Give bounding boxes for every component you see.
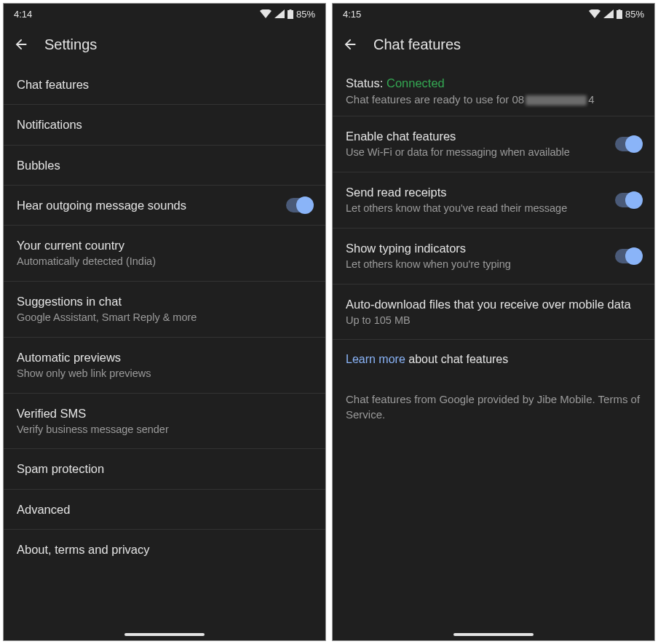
row-bubbles[interactable]: Bubbles	[4, 146, 325, 186]
ready-suffix: 4	[588, 93, 594, 106]
row-label: Automatic previews	[17, 349, 312, 365]
status-bar: 4:14 85%	[4, 4, 325, 24]
row-label: Auto-download files that you receive ove…	[346, 296, 641, 312]
ready-prefix: Chat features are ready to use for 08	[346, 93, 524, 106]
signal-icon	[274, 9, 285, 18]
learn-more-link[interactable]: Learn more	[346, 353, 405, 365]
row-sub: Automatically detected (India)	[17, 255, 312, 269]
row-country[interactable]: Your current country Automatically detec…	[4, 226, 325, 282]
clock: 4:14	[14, 9, 32, 20]
app-bar: Settings	[4, 24, 325, 65]
row-label: Send read receipts	[346, 184, 606, 200]
signal-icon	[603, 9, 614, 18]
row-sub: Let others know that you've read their m…	[346, 202, 606, 216]
arrow-back-icon	[13, 36, 29, 52]
settings-list: Chat features Notifications Bubbles Hear…	[4, 65, 325, 640]
row-label: Notifications	[17, 116, 312, 132]
toggle-typing-indicators[interactable]	[615, 249, 641, 263]
clock: 4:15	[343, 9, 361, 20]
redacted-number	[526, 95, 587, 106]
back-button[interactable]	[341, 36, 359, 53]
row-label: Suggestions in chat	[17, 293, 312, 309]
row-sub: Up to 105 MB	[346, 314, 641, 328]
back-button[interactable]	[12, 36, 30, 53]
row-spam-protection[interactable]: Spam protection	[4, 449, 325, 489]
svg-rect-1	[289, 9, 291, 11]
row-sub: Let others know when you're typing	[346, 258, 606, 272]
row-auto-download[interactable]: Auto-download files that you receive ove…	[333, 285, 654, 341]
status-value: Connected	[387, 76, 445, 90]
svg-rect-0	[288, 10, 293, 19]
row-outgoing-sounds[interactable]: Hear outgoing message sounds	[4, 186, 325, 226]
row-notifications[interactable]: Notifications	[4, 105, 325, 145]
row-label: About, terms and privacy	[17, 541, 312, 557]
row-auto-previews[interactable]: Automatic previews Show only web link pr…	[4, 338, 325, 394]
row-label: Your current country	[17, 237, 312, 253]
status-icons: 85%	[589, 9, 644, 20]
row-label: Show typing indicators	[346, 240, 606, 256]
row-label: Chat features	[17, 76, 312, 92]
row-label: Advanced	[17, 501, 312, 517]
row-label: Spam protection	[17, 461, 312, 477]
learn-more-block: Learn more about chat features	[333, 340, 654, 379]
phone-right: 4:15 85% Chat features Status: Connected…	[332, 3, 655, 641]
toggle-outgoing-sounds[interactable]	[286, 198, 312, 212]
nav-handle[interactable]	[124, 633, 205, 636]
status-line: Status: Connected	[346, 76, 641, 90]
battery-icon	[617, 9, 622, 19]
wifi-icon	[589, 9, 600, 18]
battery-icon	[288, 9, 293, 19]
row-sub: Verify business message sender	[17, 423, 312, 437]
row-sub: Show only web link previews	[17, 367, 312, 381]
status-icons: 85%	[260, 9, 315, 20]
row-sub: Google Assistant, Smart Reply & more	[17, 311, 312, 325]
nav-handle[interactable]	[453, 633, 534, 636]
learn-more-rest: about chat features	[405, 353, 508, 365]
row-label: Hear outgoing message sounds	[17, 197, 277, 213]
svg-rect-2	[617, 10, 622, 19]
row-enable-chat[interactable]: Enable chat features Use Wi-Fi or data f…	[333, 116, 654, 172]
row-label: Bubbles	[17, 157, 312, 173]
svg-rect-3	[618, 9, 620, 11]
row-sub: Use Wi-Fi or data for messaging when ava…	[346, 146, 606, 160]
status-bar: 4:15 85%	[333, 4, 654, 24]
status-block: Status: Connected Chat features are read…	[333, 65, 654, 116]
row-advanced[interactable]: Advanced	[4, 490, 325, 530]
row-about[interactable]: About, terms and privacy	[4, 530, 325, 569]
row-typing-indicators[interactable]: Show typing indicators Let others know w…	[333, 228, 654, 285]
arrow-back-icon	[342, 36, 358, 52]
row-label: Verified SMS	[17, 405, 312, 421]
row-verified-sms[interactable]: Verified SMS Verify business message sen…	[4, 394, 325, 450]
page-title: Settings	[44, 36, 97, 53]
row-read-receipts[interactable]: Send read receipts Let others know that …	[333, 172, 654, 228]
status-label: Status:	[346, 76, 383, 90]
wifi-icon	[260, 9, 271, 18]
toggle-enable-chat[interactable]	[615, 137, 641, 151]
phone-left: 4:14 85% Settings Chat features Notifica…	[3, 3, 326, 641]
ready-line: Chat features are ready to use for 084	[346, 93, 641, 106]
page-title: Chat features	[373, 36, 461, 53]
footer-text: Chat features from Google provided by Ji…	[333, 380, 654, 434]
row-chat-features[interactable]: Chat features	[4, 65, 325, 105]
row-suggestions[interactable]: Suggestions in chat Google Assistant, Sm…	[4, 282, 325, 338]
app-bar: Chat features	[333, 24, 654, 65]
toggle-read-receipts[interactable]	[615, 193, 641, 207]
row-label: Enable chat features	[346, 128, 606, 144]
battery-text: 85%	[296, 9, 315, 20]
chat-features-list: Status: Connected Chat features are read…	[333, 65, 654, 640]
battery-text: 85%	[625, 9, 644, 20]
